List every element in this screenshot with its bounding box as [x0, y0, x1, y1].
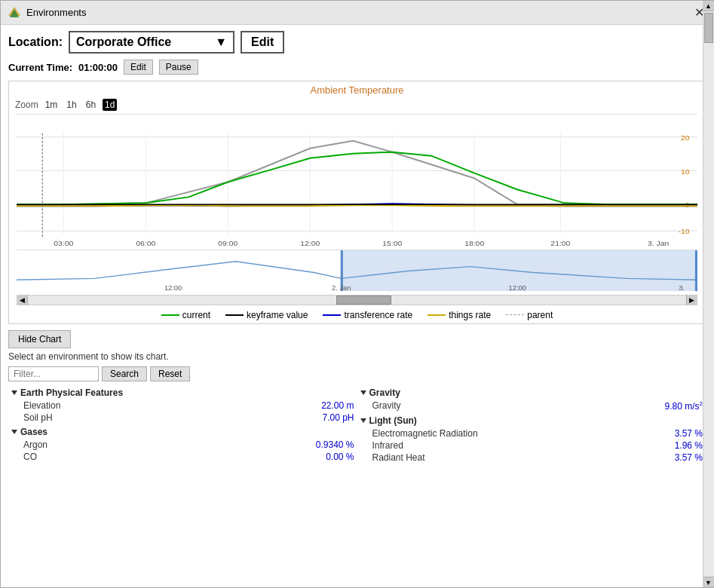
svg-text:15:00: 15:00 — [382, 239, 402, 247]
argon-value: 0.9340 % — [316, 439, 354, 450]
mini-chart-svg: 12:00 2. Jan 12:00 3. — [17, 250, 697, 295]
svg-text:03:00: 03:00 — [54, 239, 73, 247]
infrared-row: Infrared 1.96 % — [360, 439, 703, 452]
current-legend-label: current — [182, 310, 210, 320]
things-legend-label: things rate — [449, 310, 491, 320]
scroll-up-button[interactable]: ▲ — [703, 1, 714, 11]
argon-label: Argon — [23, 439, 47, 450]
filter-input[interactable] — [8, 366, 99, 381]
svg-rect-28 — [695, 250, 697, 291]
co-row: CO 0.00 % — [11, 451, 354, 463]
vertical-scrollbar[interactable]: ▲ ▼ — [703, 1, 713, 587]
section-gases-collapse-icon[interactable] — [11, 430, 17, 434]
legend-things: things rate — [427, 310, 491, 320]
zoom-1h[interactable]: 1h — [64, 99, 78, 111]
bottom-section: Hide Chart Select an environment to show… — [8, 327, 706, 581]
svg-text:12:00: 12:00 — [509, 284, 526, 292]
env-right-col: Gravity Gravity 9.80 m/s2 Light (Sun) El… — [357, 387, 706, 464]
section-gases-label: Gases — [20, 427, 47, 437]
main-chart: 20 10 0 -10 03:00 06:00 09:00 12:00 15:0… — [17, 114, 697, 250]
argon-row: Argon 0.9340 % — [11, 439, 354, 451]
scrollbar-thumb[interactable] — [336, 296, 391, 305]
legend-keyframe: keyframe value — [225, 310, 308, 320]
legend-transference: transference rate — [323, 310, 412, 320]
gravity-value: 9.80 m/s2 — [665, 400, 703, 412]
reset-button[interactable]: Reset — [150, 366, 190, 381]
location-dropdown[interactable]: Corporate Office ▼ — [69, 31, 234, 54]
window-title: Environments — [26, 7, 86, 18]
svg-text:06:00: 06:00 — [136, 239, 155, 247]
time-pause-button[interactable]: Pause — [159, 60, 198, 75]
radiant-heat-row: Radiant Heat 3.57 % — [360, 452, 703, 464]
environments-window: Environments ✕ Location: Corporate Offic… — [0, 0, 714, 588]
location-label: Location: — [8, 35, 63, 49]
elevation-label: Elevation — [23, 400, 60, 411]
gravity-row: Gravity 9.80 m/s2 — [360, 400, 703, 412]
section-gravity-label: Gravity — [369, 387, 400, 398]
em-radiation-value: 3.57 % — [675, 428, 703, 439]
time-row: Current Time: 01:00:00 Edit Pause — [8, 60, 706, 75]
main-content: Location: Corporate Office ▼ Edit Curren… — [1, 25, 713, 587]
title-bar: Environments ✕ — [1, 1, 713, 25]
co-value: 0.00 % — [326, 452, 354, 462]
legend-parent: parent — [506, 310, 553, 320]
em-radiation-row: Electromagnetic Radiation 3.57 % — [360, 427, 703, 439]
soil-ph-label: Soil pH — [23, 412, 53, 423]
section-light-collapse-icon[interactable] — [360, 418, 366, 423]
zoom-label: Zoom — [15, 100, 38, 110]
radiant-heat-value: 3.57 % — [675, 452, 703, 463]
svg-text:3.: 3. — [679, 284, 685, 292]
scroll-handle[interactable] — [704, 13, 713, 43]
keyframe-legend-line — [225, 314, 244, 316]
svg-text:20: 20 — [681, 133, 690, 142]
scroll-down-button[interactable]: ▼ — [703, 577, 714, 587]
svg-text:-10: -10 — [679, 227, 690, 235]
select-env-text: Select an environment to show its chart. — [8, 351, 706, 362]
hide-chart-button[interactable]: Hide Chart — [8, 330, 71, 348]
section-gravity-collapse-icon[interactable] — [360, 390, 366, 395]
app-icon — [7, 5, 22, 20]
svg-text:2. Jan: 2. Jan — [332, 284, 351, 292]
soil-ph-value: 7.00 pH — [322, 412, 354, 423]
section-gravity: Gravity — [360, 387, 703, 398]
gravity-label: Gravity — [372, 400, 401, 412]
zoom-6h[interactable]: 6h — [84, 99, 98, 111]
current-time-label: Current Time: — [8, 62, 72, 73]
scroll-right-button[interactable]: ▶ — [686, 295, 697, 305]
keyframe-legend-label: keyframe value — [247, 310, 308, 320]
elevation-row: Elevation 22.00 m — [11, 400, 354, 412]
em-radiation-label: Electromagnetic Radiation — [372, 428, 478, 439]
dropdown-arrow-icon: ▼ — [215, 35, 227, 49]
radiant-heat-label: Radiant Heat — [372, 452, 425, 463]
svg-text:12:00: 12:00 — [300, 239, 320, 247]
elevation-value: 22.00 m — [321, 400, 354, 411]
section-earth-collapse-icon[interactable] — [11, 390, 17, 395]
location-row: Location: Corporate Office ▼ Edit — [8, 31, 706, 54]
transference-legend-label: transference rate — [344, 310, 412, 320]
section-earth-label: Earth Physical Features — [20, 387, 123, 398]
parent-legend-label: parent — [527, 310, 553, 320]
zoom-1m[interactable]: 1m — [43, 99, 60, 111]
search-button[interactable]: Search — [102, 366, 147, 381]
scroll-left-button[interactable]: ◀ — [17, 295, 28, 305]
chart-legend: current keyframe value transference rate… — [9, 305, 705, 323]
current-time-value: 01:00:00 — [78, 62, 118, 73]
svg-text:09:00: 09:00 — [218, 239, 237, 247]
svg-text:10: 10 — [681, 167, 690, 176]
svg-text:18:00: 18:00 — [464, 239, 484, 247]
chart-svg: 20 10 0 -10 03:00 06:00 09:00 12:00 15:0… — [17, 115, 697, 250]
current-legend-line — [161, 314, 179, 316]
env-left-col: Earth Physical Features Elevation 22.00 … — [8, 387, 357, 464]
location-value: Corporate Office — [76, 35, 171, 49]
zoom-1d[interactable]: 1d — [103, 99, 117, 111]
soil-ph-row: Soil pH 7.00 pH — [11, 412, 354, 424]
infrared-value: 1.96 % — [675, 440, 703, 451]
horizontal-scrollbar[interactable]: ◀ ▶ — [17, 295, 697, 305]
section-gases: Gases — [11, 427, 354, 437]
svg-text:21:00: 21:00 — [550, 239, 570, 247]
parent-legend-line — [506, 314, 524, 316]
time-edit-button[interactable]: Edit — [124, 60, 153, 75]
svg-text:12:00: 12:00 — [164, 284, 182, 292]
section-light-label: Light (Sun) — [369, 415, 417, 426]
location-edit-button[interactable]: Edit — [241, 31, 284, 54]
